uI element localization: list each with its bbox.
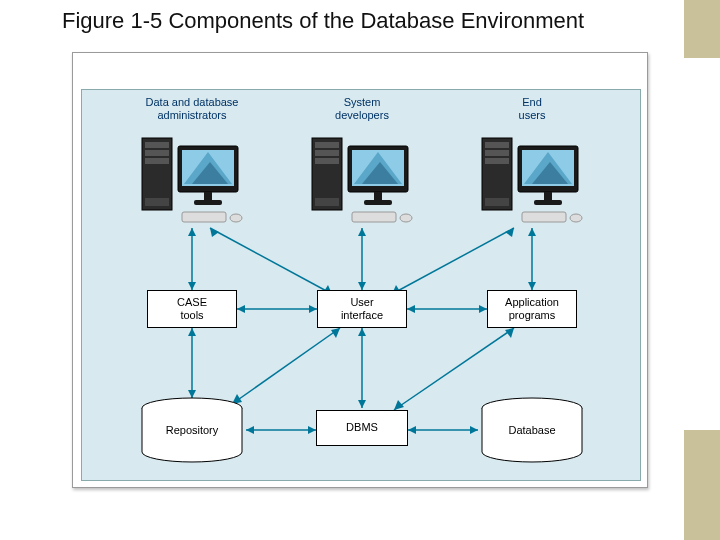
svg-rect-76 xyxy=(522,212,566,222)
svg-rect-55 xyxy=(315,158,339,164)
svg-rect-66 xyxy=(485,142,509,148)
svg-marker-20 xyxy=(479,305,487,313)
workstation-icon-endusers xyxy=(472,128,592,228)
svg-rect-67 xyxy=(485,150,509,156)
svg-point-77 xyxy=(570,214,582,222)
svg-marker-35 xyxy=(308,426,316,434)
svg-marker-2 xyxy=(188,282,196,290)
svg-marker-16 xyxy=(237,305,245,313)
box-app-programs: Applicationprograms xyxy=(487,290,577,328)
diagram-panel: Data and databaseadministrators Systemde… xyxy=(72,52,648,488)
svg-marker-25 xyxy=(331,328,340,338)
svg-marker-4 xyxy=(210,228,219,237)
slide: Figure 1-5 Components of the Database En… xyxy=(0,0,720,540)
decor-stripe-top xyxy=(684,0,720,58)
svg-rect-68 xyxy=(485,158,509,164)
svg-marker-7 xyxy=(358,228,366,236)
svg-rect-63 xyxy=(352,212,396,222)
svg-marker-1 xyxy=(188,228,196,236)
svg-rect-56 xyxy=(315,198,339,206)
svg-rect-50 xyxy=(182,212,226,222)
svg-rect-54 xyxy=(315,150,339,156)
svg-line-24 xyxy=(232,328,340,404)
box-dbms: DBMS xyxy=(316,410,408,446)
box-case-tools: CASEtools xyxy=(147,290,237,328)
svg-rect-75 xyxy=(534,200,562,205)
svg-line-9 xyxy=(392,228,514,294)
svg-line-3 xyxy=(210,228,332,294)
svg-rect-61 xyxy=(374,192,382,200)
svg-rect-62 xyxy=(364,200,392,205)
svg-rect-53 xyxy=(315,142,339,148)
label-sysdev: Systemdevelopers xyxy=(302,96,422,121)
svg-rect-43 xyxy=(145,198,169,206)
svg-marker-22 xyxy=(188,328,196,336)
svg-marker-13 xyxy=(528,228,536,236)
svg-marker-32 xyxy=(394,400,404,410)
svg-point-51 xyxy=(230,214,242,222)
diagram-canvas: Data and databaseadministrators Systemde… xyxy=(81,89,641,481)
label-repository: Repository xyxy=(138,424,246,436)
workstation-icon-admins xyxy=(132,128,252,228)
svg-marker-29 xyxy=(358,400,366,408)
svg-marker-17 xyxy=(309,305,317,313)
label-endusers: Endusers xyxy=(472,96,592,121)
label-database: Database xyxy=(478,424,586,436)
workstation-icon-sysdev xyxy=(302,128,422,228)
decor-stripe-bottom xyxy=(684,430,720,540)
svg-marker-28 xyxy=(358,328,366,336)
cylinder-repository: Repository xyxy=(138,396,246,464)
svg-rect-41 xyxy=(145,150,169,156)
svg-rect-40 xyxy=(145,142,169,148)
svg-rect-48 xyxy=(204,192,212,200)
svg-marker-19 xyxy=(407,305,415,313)
svg-marker-34 xyxy=(246,426,254,434)
svg-rect-74 xyxy=(544,192,552,200)
svg-marker-8 xyxy=(358,282,366,290)
label-admins: Data and databaseadministrators xyxy=(132,96,252,121)
box-user-interface: Userinterface xyxy=(317,290,407,328)
svg-marker-38 xyxy=(470,426,478,434)
svg-marker-37 xyxy=(408,426,416,434)
svg-rect-49 xyxy=(194,200,222,205)
figure-title: Figure 1-5 Components of the Database En… xyxy=(62,8,584,34)
svg-marker-31 xyxy=(505,328,514,338)
svg-marker-10 xyxy=(505,228,514,237)
cylinder-database: Database xyxy=(478,396,586,464)
svg-rect-42 xyxy=(145,158,169,164)
svg-marker-14 xyxy=(528,282,536,290)
svg-rect-69 xyxy=(485,198,509,206)
svg-point-64 xyxy=(400,214,412,222)
